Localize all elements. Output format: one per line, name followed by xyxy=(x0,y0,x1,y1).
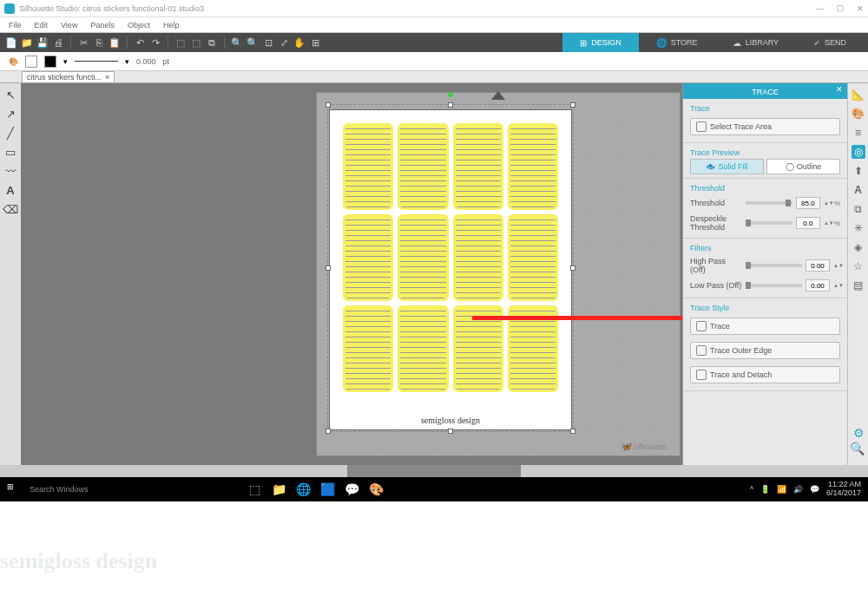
threshold-slider[interactable] xyxy=(746,201,792,205)
despeckle-stepper[interactable]: ▲▼ xyxy=(824,220,831,226)
dropdown-icon[interactable]: ▾ xyxy=(63,57,68,66)
group-icon[interactable]: ⬚ xyxy=(174,36,187,49)
document-tab[interactable]: citrus stickers functi...× xyxy=(22,71,115,82)
line-style-sample[interactable] xyxy=(75,61,118,62)
menu-help[interactable]: Help xyxy=(163,21,180,29)
highpass-slider[interactable] xyxy=(746,264,802,267)
redo-icon[interactable]: ↷ xyxy=(148,36,162,49)
save-icon[interactable]: 💾 xyxy=(36,36,49,49)
edit-points-tool-icon[interactable]: ↗ xyxy=(3,107,17,121)
replicate-icon[interactable]: ⧉ xyxy=(852,202,865,216)
tray-action-icon[interactable]: 💬 xyxy=(810,485,819,494)
duplicate-icon[interactable]: ⧉ xyxy=(205,36,219,49)
trace-panel-icon[interactable]: ◎ xyxy=(852,145,865,159)
dropdown-icon[interactable]: ▾ xyxy=(125,57,129,66)
zoom-out-icon[interactable]: 🔍 xyxy=(246,36,260,49)
eraser-tool-icon[interactable]: ⌫ xyxy=(3,202,17,216)
text-tool-icon[interactable]: A xyxy=(3,183,17,197)
lowpass-slider[interactable] xyxy=(746,284,802,287)
paste-icon[interactable]: 📋 xyxy=(108,36,122,49)
trace-and-detach-button[interactable]: Trace and Detach xyxy=(690,366,840,383)
nav-store-tab[interactable]: 🌐STORE xyxy=(639,33,715,52)
select-tool-icon[interactable]: ↖ xyxy=(3,88,17,102)
despeckle-slider[interactable] xyxy=(746,221,792,225)
minimize-button[interactable]: — xyxy=(816,4,824,13)
panel-close-icon[interactable]: ✕ xyxy=(836,85,843,94)
zoom-fit-icon[interactable]: ⊡ xyxy=(261,36,275,49)
tray-chevron-icon[interactable]: ^ xyxy=(750,485,753,494)
scrollbar-thumb[interactable] xyxy=(347,465,521,477)
select-trace-area-button[interactable]: Select Trace Area xyxy=(690,118,840,135)
lowpass-stepper[interactable]: ▲▼ xyxy=(833,283,840,288)
skype-icon[interactable]: 💬 xyxy=(344,481,359,497)
task-view-icon[interactable]: ⬚ xyxy=(247,481,262,497)
sticker[interactable] xyxy=(508,214,558,301)
menu-object[interactable]: Object xyxy=(128,21,150,29)
tray-network-icon[interactable]: 📶 xyxy=(777,485,786,494)
trace-outer-edge-button[interactable]: Trace Outer Edge xyxy=(690,342,840,359)
sticker[interactable] xyxy=(343,305,393,392)
modify-icon[interactable]: ✳ xyxy=(852,221,865,235)
star-icon[interactable]: ☆ xyxy=(852,259,865,273)
horizontal-scrollbar[interactable] xyxy=(0,465,868,477)
line-panel-icon[interactable]: ≡ xyxy=(852,126,865,140)
tab-close-icon[interactable]: × xyxy=(105,73,109,82)
app-icon[interactable]: 🟦 xyxy=(319,481,335,497)
lowpass-input[interactable]: 0.00 xyxy=(806,279,830,291)
highpass-stepper[interactable]: ▲▼ xyxy=(833,263,840,268)
zoom-in-icon[interactable]: 🔍 xyxy=(230,36,244,49)
sticker[interactable] xyxy=(508,123,558,210)
cut-icon[interactable]: ✂ xyxy=(76,36,90,49)
nav-design-tab[interactable]: ⊞DESIGN xyxy=(562,33,639,52)
palette-icon[interactable]: 🎨 xyxy=(9,57,18,66)
settings-gear-icon[interactable]: ⚙ xyxy=(853,426,865,440)
new-file-icon[interactable]: 📄 xyxy=(4,36,18,49)
sticker[interactable] xyxy=(398,214,448,301)
stroke-color-swatch[interactable] xyxy=(44,56,56,68)
tray-volume-icon[interactable]: 🔊 xyxy=(793,485,803,494)
sticker[interactable] xyxy=(343,123,393,210)
search-input[interactable]: Search Windows xyxy=(30,485,220,494)
file-explorer-icon[interactable]: 📁 xyxy=(271,481,286,497)
canvas[interactable]: 🦋 silhouette semigloss design xyxy=(21,83,682,465)
design-page[interactable]: semigloss design xyxy=(329,109,572,430)
freehand-tool-icon[interactable]: 〰 xyxy=(3,164,17,178)
text-style-icon[interactable]: A xyxy=(852,183,865,197)
menu-view[interactable]: View xyxy=(61,21,77,29)
app-icon[interactable]: 🎨 xyxy=(368,481,384,497)
chrome-icon[interactable]: 🌐 xyxy=(295,481,311,497)
print-icon[interactable]: 🖨 xyxy=(51,36,65,49)
line-tool-icon[interactable]: ╱ xyxy=(3,126,17,140)
sticker[interactable] xyxy=(398,305,448,392)
zoom-select-icon[interactable]: ⤢ xyxy=(277,36,291,49)
fill-panel-icon[interactable]: 🎨 xyxy=(852,107,865,121)
trace-button[interactable]: Trace xyxy=(690,318,840,335)
transform-icon[interactable]: ⬆ xyxy=(852,164,865,178)
offset-icon[interactable]: ◈ xyxy=(852,240,865,254)
open-file-icon[interactable]: 📁 xyxy=(20,36,34,49)
system-clock[interactable]: 11:22 AM 6/14/2017 xyxy=(826,481,861,498)
layers-icon[interactable]: ▤ xyxy=(852,278,865,292)
tray-battery-icon[interactable]: 🔋 xyxy=(760,485,770,494)
highpass-input[interactable]: 0.00 xyxy=(806,259,830,272)
copy-icon[interactable]: ⎘ xyxy=(92,36,106,49)
close-button[interactable]: ✕ xyxy=(857,4,864,13)
threshold-input[interactable]: 85.0 xyxy=(796,197,820,209)
solid-fill-toggle[interactable]: 🐟Solid Fill xyxy=(690,159,764,174)
sticker[interactable] xyxy=(453,214,503,301)
undo-icon[interactable]: ↶ xyxy=(133,36,147,49)
nav-send-tab[interactable]: ✓SEND xyxy=(796,33,864,52)
pan-icon[interactable]: ✋ xyxy=(293,36,306,49)
nav-library-tab[interactable]: ☁LIBRARY xyxy=(715,33,796,52)
maximize-button[interactable]: ☐ xyxy=(837,4,844,13)
rectangle-tool-icon[interactable]: ▭ xyxy=(3,145,17,159)
add-page-icon[interactable]: ⊞ xyxy=(308,36,322,49)
outline-toggle[interactable]: ◯Outline xyxy=(766,159,840,174)
menu-panels[interactable]: Panels xyxy=(90,21,115,29)
sticker[interactable] xyxy=(398,123,448,210)
ungroup-icon[interactable]: ⬚ xyxy=(189,36,203,49)
menu-file[interactable]: File xyxy=(9,21,22,29)
zoom-control-icon[interactable]: 🔍 xyxy=(850,442,865,455)
menu-edit[interactable]: Edit xyxy=(35,21,49,29)
despeckle-input[interactable]: 0.0 xyxy=(796,217,820,229)
